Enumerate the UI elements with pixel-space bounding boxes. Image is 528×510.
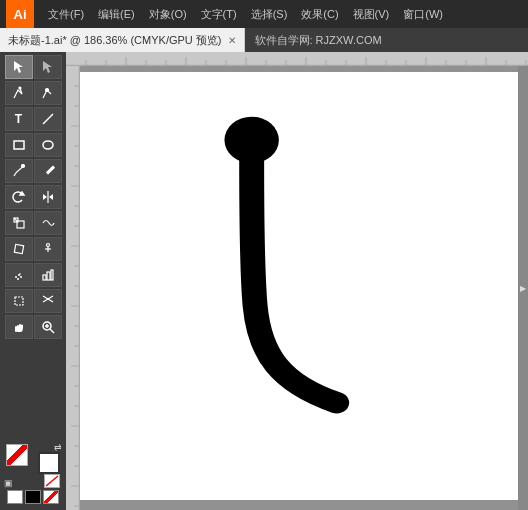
direct-select-tool[interactable]	[34, 55, 62, 79]
main-area: T	[0, 52, 528, 510]
svg-line-33	[50, 329, 54, 333]
svg-point-20	[15, 276, 17, 278]
tab-label: 未标题-1.ai* @ 186.36% (CMYK/GPU 预览)	[8, 33, 222, 48]
graph-tool[interactable]	[34, 263, 62, 287]
tab-bar: 未标题-1.ai* @ 186.36% (CMYK/GPU 预览) ✕ 软件自学…	[0, 28, 528, 52]
svg-rect-31	[15, 326, 17, 332]
svg-point-22	[17, 278, 19, 280]
reflect-tool[interactable]	[34, 185, 62, 209]
svg-line-4	[43, 114, 53, 124]
scale-tool[interactable]	[5, 211, 33, 235]
color-fill-chip[interactable]	[7, 490, 23, 504]
color-none-chip[interactable]	[43, 490, 59, 504]
right-scroll-arrow: ▶	[520, 284, 526, 293]
color-stroke-chip[interactable]	[25, 490, 41, 504]
anchor-point-tool[interactable]	[34, 81, 62, 105]
menu-window[interactable]: 窗口(W)	[397, 5, 449, 24]
tool-row-transform	[0, 184, 66, 210]
tool-row-artboard	[0, 288, 66, 314]
svg-point-17	[46, 244, 49, 247]
tool-row-type: T	[0, 106, 66, 132]
svg-point-23	[20, 276, 22, 278]
pen-tool[interactable]	[5, 81, 33, 105]
svg-rect-28	[15, 297, 23, 305]
svg-marker-12	[49, 194, 53, 200]
menu-file[interactable]: 文件(F)	[42, 5, 90, 24]
svg-line-15	[14, 218, 18, 222]
artboard	[76, 72, 518, 500]
none-swatch[interactable]	[44, 474, 60, 488]
color-swatches: ⇄ ▣	[4, 442, 62, 488]
svg-rect-8	[45, 165, 54, 174]
title-bar: Ai 文件(F) 编辑(E) 对象(O) 文字(T) 选择(S) 效果(C) 视…	[0, 0, 528, 28]
tool-row-free	[0, 236, 66, 262]
active-tab[interactable]: 未标题-1.ai* @ 186.36% (CMYK/GPU 预览) ✕	[0, 28, 245, 52]
svg-rect-26	[47, 272, 50, 280]
ellipse-tool[interactable]	[34, 133, 62, 157]
right-scroll[interactable]: ▶	[518, 66, 528, 510]
tool-row-scale	[0, 210, 66, 236]
canvas-area[interactable]: ▶	[66, 52, 528, 510]
line-tool[interactable]	[34, 107, 62, 131]
pencil-tool[interactable]	[34, 159, 62, 183]
svg-point-7	[21, 165, 24, 168]
menu-effect[interactable]: 效果(C)	[295, 5, 344, 24]
svg-rect-16	[14, 244, 23, 253]
svg-marker-0	[14, 61, 23, 73]
ruler-vertical	[66, 66, 80, 510]
fill-swatch[interactable]	[6, 444, 28, 466]
rotate-tool[interactable]	[5, 185, 33, 209]
svg-rect-5	[14, 141, 24, 149]
svg-point-2	[19, 87, 21, 89]
swap-colors-icon[interactable]: ⇄	[54, 442, 62, 452]
type-tool[interactable]: T	[5, 107, 33, 131]
paintbrush-tool[interactable]	[5, 159, 33, 183]
ai-logo: Ai	[6, 0, 34, 28]
toolbar: T	[0, 52, 66, 510]
menu-edit[interactable]: 编辑(E)	[92, 5, 141, 24]
tool-row-draw	[0, 158, 66, 184]
menu-bar: 文件(F) 编辑(E) 对象(O) 文字(T) 选择(S) 效果(C) 视图(V…	[42, 5, 449, 24]
svg-point-24	[19, 273, 21, 275]
tool-row-nav	[0, 314, 66, 340]
menu-view[interactable]: 视图(V)	[347, 5, 396, 24]
canvas-wrapper: ▶	[66, 52, 528, 510]
svg-marker-11	[43, 194, 47, 200]
tab-close-button[interactable]: ✕	[228, 35, 236, 46]
svg-line-36	[46, 476, 58, 486]
ruler-horizontal	[66, 52, 528, 66]
color-section: ⇄ ▣	[0, 438, 66, 508]
warp-tool[interactable]	[34, 211, 62, 235]
artboard-tool[interactable]	[5, 289, 33, 313]
tool-row-symbol	[0, 262, 66, 288]
svg-marker-1	[43, 61, 52, 73]
menu-type[interactable]: 文字(T)	[195, 5, 243, 24]
drawing	[76, 72, 518, 500]
default-colors-icon[interactable]: ▣	[4, 478, 13, 488]
tab-website: 软件自学网: RJZXW.COM	[245, 33, 392, 48]
select-tool[interactable]	[5, 55, 33, 79]
menu-select[interactable]: 选择(S)	[245, 5, 294, 24]
svg-rect-25	[43, 275, 46, 280]
puppet-warp-tool[interactable]	[34, 237, 62, 261]
zoom-tool[interactable]	[34, 315, 62, 339]
tool-row-shapes	[0, 132, 66, 158]
rectangle-tool[interactable]	[5, 133, 33, 157]
free-transform-tool[interactable]	[5, 237, 33, 261]
tool-row-selection	[0, 54, 66, 80]
symbol-spray-tool[interactable]	[5, 263, 33, 287]
slice-tool[interactable]	[34, 289, 62, 313]
svg-rect-27	[51, 270, 53, 280]
stroke-swatch[interactable]	[38, 452, 60, 474]
tool-row-pen	[0, 80, 66, 106]
svg-point-6	[43, 141, 53, 149]
svg-point-3	[45, 89, 48, 92]
menu-object[interactable]: 对象(O)	[143, 5, 193, 24]
hand-tool[interactable]	[5, 315, 33, 339]
